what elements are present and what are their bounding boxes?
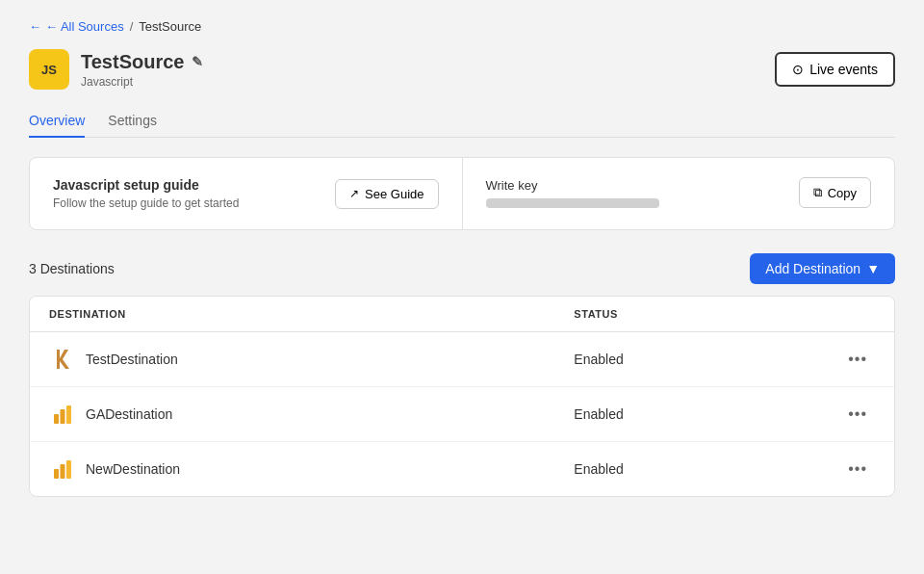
add-destination-label: Add Destination: [765, 261, 860, 276]
write-key-label: Write key: [486, 178, 659, 193]
live-events-icon: ⊙: [792, 62, 804, 77]
source-avatar: JS: [29, 49, 69, 90]
tab-settings[interactable]: Settings: [108, 105, 157, 138]
copy-button[interactable]: ⧉ Copy: [799, 177, 871, 208]
destination-icon-2: [49, 401, 76, 428]
more-options-button-2[interactable]: •••: [840, 402, 875, 427]
destinations-count: 3 Destinations: [29, 261, 115, 276]
breadcrumb: ← ← All Sources / TestSource: [29, 19, 895, 34]
source-name-block: TestSource ✎ Javascript: [81, 51, 203, 89]
tabs: Overview Settings: [29, 105, 895, 138]
see-guide-button[interactable]: ↗ See Guide: [335, 179, 438, 209]
status-cell-1: Enabled: [574, 352, 836, 367]
setup-guide-card: Javascript setup guide Follow the setup …: [30, 158, 463, 229]
setup-guide-desc: Follow the setup guide to get started: [53, 196, 239, 210]
cards-row: Javascript setup guide Follow the setup …: [29, 157, 895, 230]
setup-guide-title: Javascript setup guide: [53, 177, 239, 193]
destination-icon-1: [49, 346, 76, 373]
external-link-icon: ↗: [349, 187, 359, 200]
copy-label: Copy: [828, 186, 857, 200]
setup-guide-text: Javascript setup guide Follow the setup …: [53, 177, 239, 210]
col-header-status: STATUS: [574, 308, 836, 320]
destination-cell-2: GADestination: [49, 401, 574, 428]
destination-cell-3: NewDestination: [49, 456, 574, 483]
source-name: TestSource ✎: [81, 51, 203, 73]
destination-cell-1: TestDestination: [49, 346, 574, 373]
live-events-label: Live events: [809, 62, 878, 77]
destination-name-3[interactable]: NewDestination: [86, 461, 180, 477]
write-key-value: [486, 198, 659, 208]
tab-overview[interactable]: Overview: [29, 105, 85, 138]
actions-cell-3: •••: [836, 457, 875, 482]
table-row: GADestination Enabled •••: [30, 387, 894, 442]
dropdown-arrow-icon: ▼: [866, 261, 880, 276]
destinations-header: 3 Destinations Add Destination ▼: [29, 253, 895, 284]
svg-rect-5: [66, 460, 71, 479]
actions-cell-2: •••: [836, 402, 875, 427]
status-cell-3: Enabled: [574, 461, 836, 477]
live-events-button[interactable]: ⊙ Live events: [775, 52, 895, 87]
svg-rect-1: [61, 409, 65, 424]
col-header-actions: [836, 308, 875, 320]
status-cell-2: Enabled: [574, 406, 836, 422]
table-row: TestDestination Enabled •••: [30, 332, 894, 387]
svg-rect-3: [54, 469, 59, 479]
breadcrumb-separator: /: [130, 19, 134, 34]
copy-icon: ⧉: [813, 185, 822, 200]
all-sources-link[interactable]: ← All Sources: [45, 19, 124, 34]
see-guide-label: See Guide: [365, 187, 424, 201]
page-wrapper: ← ← All Sources / TestSource JS TestSour…: [0, 0, 924, 574]
more-options-button-1[interactable]: •••: [840, 347, 875, 372]
col-header-destination: DESTINATION: [49, 308, 574, 320]
svg-rect-0: [54, 414, 59, 424]
destination-icon-3: [49, 456, 76, 483]
destination-name-2[interactable]: GADestination: [86, 406, 172, 422]
svg-rect-2: [66, 405, 71, 424]
destinations-table: DESTINATION STATUS TestDestination Enabl…: [29, 296, 895, 497]
actions-cell-1: •••: [836, 347, 875, 372]
write-key-info: Write key: [486, 178, 659, 208]
breadcrumb-current: TestSource: [139, 19, 201, 34]
more-options-button-3[interactable]: •••: [840, 457, 875, 482]
source-type: Javascript: [81, 75, 203, 89]
add-destination-button[interactable]: Add Destination ▼: [750, 253, 895, 284]
write-key-card: Write key ⧉ Copy: [463, 158, 895, 229]
table-row: NewDestination Enabled •••: [30, 442, 894, 496]
edit-icon[interactable]: ✎: [192, 54, 203, 69]
source-info: JS TestSource ✎ Javascript: [29, 49, 203, 90]
breadcrumb-back[interactable]: ← ← All Sources: [29, 19, 124, 34]
table-header: DESTINATION STATUS: [30, 297, 894, 332]
destination-name-1[interactable]: TestDestination: [86, 352, 178, 367]
back-arrow-icon: ←: [29, 19, 41, 34]
svg-rect-4: [61, 464, 65, 479]
header-row: JS TestSource ✎ Javascript ⊙ Live events: [29, 49, 895, 90]
